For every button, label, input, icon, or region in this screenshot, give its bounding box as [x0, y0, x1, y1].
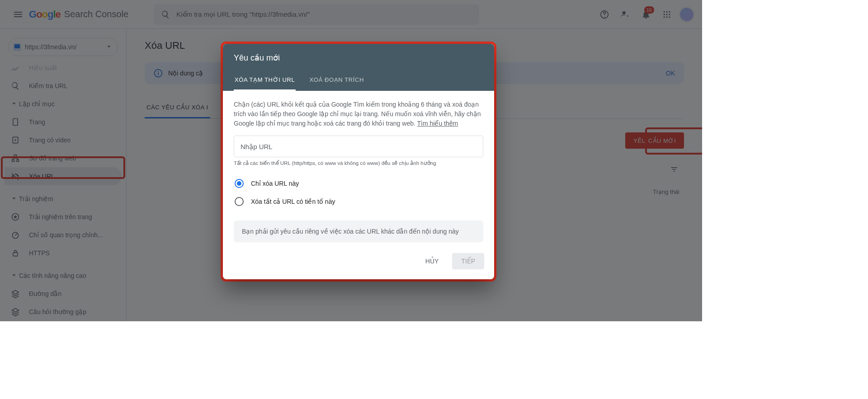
new-request-dialog: Yêu cầu mới XÓA TẠM THỜI URL XOÁ ĐOẠN TR…	[223, 44, 494, 279]
next-button[interactable]: TIẾP	[452, 253, 484, 269]
app-root: Google Search Console 16	[0, 0, 702, 321]
radio-label: Xóa tất cả URL có tiền tố này	[251, 198, 335, 205]
annotation-highlight-dialog: Yêu cầu mới XÓA TẠM THỜI URL XOÁ ĐOẠN TR…	[221, 42, 496, 282]
radio-selected-icon	[235, 179, 244, 188]
cancel-button[interactable]: HỦY	[417, 253, 447, 269]
dialog-actions: HỦY TIẾP	[223, 244, 494, 279]
radio-label: Chỉ xóa URL này	[251, 180, 299, 187]
dialog-tabs: XÓA TẠM THỜI URL XOÁ ĐOẠN TRÍCH	[234, 71, 483, 91]
url-input[interactable]	[234, 136, 483, 157]
dialog-description: Chặn (các) URL khỏi kết quả của Google T…	[234, 100, 483, 128]
radio-only-this[interactable]: Chỉ xóa URL này	[234, 174, 483, 192]
radio-prefix[interactable]: Xóa tất cả URL có tiền tố này	[234, 192, 483, 211]
dialog-note: Bạn phải gửi yêu cầu riêng về việc xóa c…	[234, 221, 483, 242]
tab-clear-snippet[interactable]: XOÁ ĐOẠN TRÍCH	[308, 71, 364, 91]
url-hint: Tất cả các biến thể URL (http/https, có …	[234, 160, 483, 166]
tab-temp-removal[interactable]: XÓA TẠM THỜI URL	[234, 71, 296, 91]
dialog-header: Yêu cầu mới XÓA TẠM THỜI URL XOÁ ĐOẠN TR…	[223, 44, 494, 91]
dialog-title: Yêu cầu mới	[234, 53, 483, 63]
learn-more-link[interactable]: Tìm hiểu thêm	[417, 120, 458, 127]
dialog-body: Chặn (các) URL khỏi kết quả của Google T…	[223, 91, 494, 244]
radio-group: Chỉ xóa URL này Xóa tất cả URL có tiền t…	[234, 174, 483, 211]
radio-unselected-icon	[235, 197, 244, 206]
